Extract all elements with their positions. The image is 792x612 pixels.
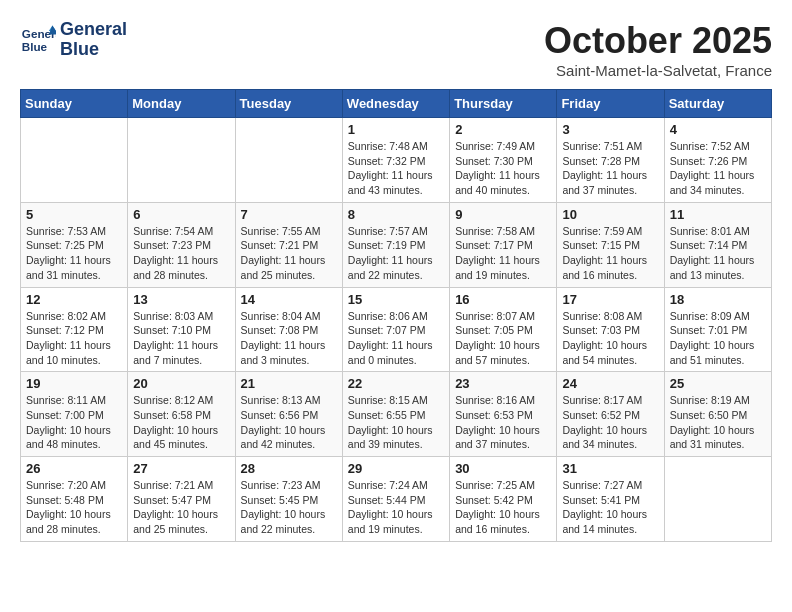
calendar-cell: 5Sunrise: 7:53 AM Sunset: 7:25 PM Daylig… [21, 202, 128, 287]
calendar-cell: 17Sunrise: 8:08 AM Sunset: 7:03 PM Dayli… [557, 287, 664, 372]
day-info: Sunrise: 8:17 AM Sunset: 6:52 PM Dayligh… [562, 393, 658, 452]
calendar-week-row: 12Sunrise: 8:02 AM Sunset: 7:12 PM Dayli… [21, 287, 772, 372]
day-info: Sunrise: 8:04 AM Sunset: 7:08 PM Dayligh… [241, 309, 337, 368]
calendar-week-row: 19Sunrise: 8:11 AM Sunset: 7:00 PM Dayli… [21, 372, 772, 457]
calendar-cell: 30Sunrise: 7:25 AM Sunset: 5:42 PM Dayli… [450, 457, 557, 542]
day-number: 5 [26, 207, 122, 222]
day-number: 26 [26, 461, 122, 476]
weekday-header: Wednesday [342, 90, 449, 118]
weekday-header-row: SundayMondayTuesdayWednesdayThursdayFrid… [21, 90, 772, 118]
day-info: Sunrise: 7:27 AM Sunset: 5:41 PM Dayligh… [562, 478, 658, 537]
day-info: Sunrise: 8:03 AM Sunset: 7:10 PM Dayligh… [133, 309, 229, 368]
day-info: Sunrise: 8:09 AM Sunset: 7:01 PM Dayligh… [670, 309, 766, 368]
calendar-cell: 31Sunrise: 7:27 AM Sunset: 5:41 PM Dayli… [557, 457, 664, 542]
calendar-cell: 7Sunrise: 7:55 AM Sunset: 7:21 PM Daylig… [235, 202, 342, 287]
day-number: 9 [455, 207, 551, 222]
calendar-cell: 10Sunrise: 7:59 AM Sunset: 7:15 PM Dayli… [557, 202, 664, 287]
calendar-cell: 18Sunrise: 8:09 AM Sunset: 7:01 PM Dayli… [664, 287, 771, 372]
logo-text: General Blue [60, 20, 127, 60]
calendar-cell: 9Sunrise: 7:58 AM Sunset: 7:17 PM Daylig… [450, 202, 557, 287]
day-info: Sunrise: 8:13 AM Sunset: 6:56 PM Dayligh… [241, 393, 337, 452]
calendar-cell [235, 118, 342, 203]
calendar-cell: 25Sunrise: 8:19 AM Sunset: 6:50 PM Dayli… [664, 372, 771, 457]
calendar-cell: 16Sunrise: 8:07 AM Sunset: 7:05 PM Dayli… [450, 287, 557, 372]
calendar-cell: 4Sunrise: 7:52 AM Sunset: 7:26 PM Daylig… [664, 118, 771, 203]
calendar-cell: 21Sunrise: 8:13 AM Sunset: 6:56 PM Dayli… [235, 372, 342, 457]
day-info: Sunrise: 8:11 AM Sunset: 7:00 PM Dayligh… [26, 393, 122, 452]
title-area: October 2025 Saint-Mamet-la-Salvetat, Fr… [544, 20, 772, 79]
day-number: 30 [455, 461, 551, 476]
svg-text:Blue: Blue [22, 40, 48, 53]
day-info: Sunrise: 8:06 AM Sunset: 7:07 PM Dayligh… [348, 309, 444, 368]
day-number: 6 [133, 207, 229, 222]
day-info: Sunrise: 7:21 AM Sunset: 5:47 PM Dayligh… [133, 478, 229, 537]
weekday-header: Saturday [664, 90, 771, 118]
day-info: Sunrise: 7:51 AM Sunset: 7:28 PM Dayligh… [562, 139, 658, 198]
day-info: Sunrise: 8:15 AM Sunset: 6:55 PM Dayligh… [348, 393, 444, 452]
calendar-cell: 8Sunrise: 7:57 AM Sunset: 7:19 PM Daylig… [342, 202, 449, 287]
calendar-cell: 11Sunrise: 8:01 AM Sunset: 7:14 PM Dayli… [664, 202, 771, 287]
day-number: 31 [562, 461, 658, 476]
calendar-week-row: 1Sunrise: 7:48 AM Sunset: 7:32 PM Daylig… [21, 118, 772, 203]
day-number: 21 [241, 376, 337, 391]
calendar-cell: 3Sunrise: 7:51 AM Sunset: 7:28 PM Daylig… [557, 118, 664, 203]
month-title: October 2025 [544, 20, 772, 62]
day-number: 13 [133, 292, 229, 307]
day-number: 7 [241, 207, 337, 222]
day-info: Sunrise: 8:16 AM Sunset: 6:53 PM Dayligh… [455, 393, 551, 452]
calendar-cell: 12Sunrise: 8:02 AM Sunset: 7:12 PM Dayli… [21, 287, 128, 372]
page-header: General Blue General Blue October 2025 S… [20, 20, 772, 79]
day-info: Sunrise: 8:01 AM Sunset: 7:14 PM Dayligh… [670, 224, 766, 283]
day-number: 14 [241, 292, 337, 307]
day-info: Sunrise: 8:07 AM Sunset: 7:05 PM Dayligh… [455, 309, 551, 368]
day-number: 17 [562, 292, 658, 307]
day-info: Sunrise: 8:02 AM Sunset: 7:12 PM Dayligh… [26, 309, 122, 368]
day-number: 22 [348, 376, 444, 391]
day-info: Sunrise: 7:24 AM Sunset: 5:44 PM Dayligh… [348, 478, 444, 537]
calendar-cell [128, 118, 235, 203]
day-info: Sunrise: 8:19 AM Sunset: 6:50 PM Dayligh… [670, 393, 766, 452]
day-number: 16 [455, 292, 551, 307]
day-number: 12 [26, 292, 122, 307]
weekday-header: Thursday [450, 90, 557, 118]
day-number: 23 [455, 376, 551, 391]
calendar-table: SundayMondayTuesdayWednesdayThursdayFrid… [20, 89, 772, 542]
day-number: 3 [562, 122, 658, 137]
day-number: 10 [562, 207, 658, 222]
calendar-cell: 27Sunrise: 7:21 AM Sunset: 5:47 PM Dayli… [128, 457, 235, 542]
day-info: Sunrise: 7:54 AM Sunset: 7:23 PM Dayligh… [133, 224, 229, 283]
day-number: 29 [348, 461, 444, 476]
day-number: 28 [241, 461, 337, 476]
weekday-header: Sunday [21, 90, 128, 118]
calendar-cell: 13Sunrise: 8:03 AM Sunset: 7:10 PM Dayli… [128, 287, 235, 372]
calendar-cell: 24Sunrise: 8:17 AM Sunset: 6:52 PM Dayli… [557, 372, 664, 457]
day-info: Sunrise: 7:49 AM Sunset: 7:30 PM Dayligh… [455, 139, 551, 198]
calendar-cell: 20Sunrise: 8:12 AM Sunset: 6:58 PM Dayli… [128, 372, 235, 457]
weekday-header: Friday [557, 90, 664, 118]
day-number: 27 [133, 461, 229, 476]
day-info: Sunrise: 7:25 AM Sunset: 5:42 PM Dayligh… [455, 478, 551, 537]
day-number: 1 [348, 122, 444, 137]
calendar-cell: 15Sunrise: 8:06 AM Sunset: 7:07 PM Dayli… [342, 287, 449, 372]
logo-icon: General Blue [20, 22, 56, 58]
calendar-cell: 1Sunrise: 7:48 AM Sunset: 7:32 PM Daylig… [342, 118, 449, 203]
calendar-cell: 6Sunrise: 7:54 AM Sunset: 7:23 PM Daylig… [128, 202, 235, 287]
day-number: 8 [348, 207, 444, 222]
calendar-cell: 2Sunrise: 7:49 AM Sunset: 7:30 PM Daylig… [450, 118, 557, 203]
day-number: 25 [670, 376, 766, 391]
calendar-cell: 14Sunrise: 8:04 AM Sunset: 7:08 PM Dayli… [235, 287, 342, 372]
day-info: Sunrise: 7:48 AM Sunset: 7:32 PM Dayligh… [348, 139, 444, 198]
day-number: 20 [133, 376, 229, 391]
day-number: 18 [670, 292, 766, 307]
weekday-header: Tuesday [235, 90, 342, 118]
day-number: 2 [455, 122, 551, 137]
calendar-cell: 26Sunrise: 7:20 AM Sunset: 5:48 PM Dayli… [21, 457, 128, 542]
day-info: Sunrise: 7:58 AM Sunset: 7:17 PM Dayligh… [455, 224, 551, 283]
calendar-cell [21, 118, 128, 203]
location-subtitle: Saint-Mamet-la-Salvetat, France [544, 62, 772, 79]
calendar-cell: 19Sunrise: 8:11 AM Sunset: 7:00 PM Dayli… [21, 372, 128, 457]
day-info: Sunrise: 7:57 AM Sunset: 7:19 PM Dayligh… [348, 224, 444, 283]
day-number: 11 [670, 207, 766, 222]
day-info: Sunrise: 7:59 AM Sunset: 7:15 PM Dayligh… [562, 224, 658, 283]
day-info: Sunrise: 7:52 AM Sunset: 7:26 PM Dayligh… [670, 139, 766, 198]
